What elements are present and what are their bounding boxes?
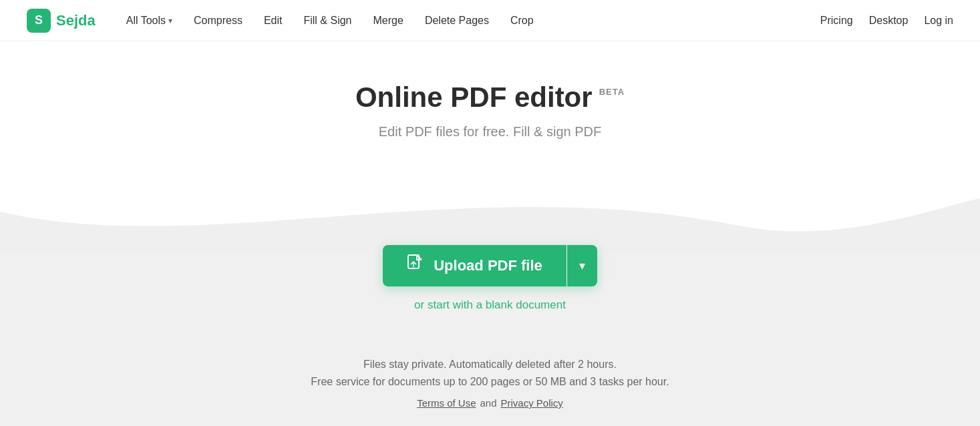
compress-label: Compress [194,15,242,27]
upload-area: Upload PDF file ▾ or start with a blank … [0,245,980,426]
privacy-line2: Free service for documents up to 200 pag… [311,376,669,388]
hero-title-container: Online PDF editor BETA [355,81,625,114]
hero-title: Online PDF editor [355,81,593,114]
logo[interactable]: S Sejda [27,9,96,33]
nav-delete-pages[interactable]: Delete Pages [416,9,498,32]
delete-pages-label: Delete Pages [425,15,489,27]
nav-compress[interactable]: Compress [184,9,252,32]
terms-of-use-link[interactable]: Terms of Use [417,397,476,409]
upload-btn-container: Upload PDF file ▾ [383,245,597,286]
nav-crop[interactable]: Crop [501,9,543,32]
upload-pdf-button[interactable]: Upload PDF file [383,245,566,286]
logo-text: Sejda [56,12,96,29]
crop-label: Crop [510,15,534,27]
nav-pricing[interactable]: Pricing [820,15,853,27]
pdf-upload-icon [407,254,424,277]
merge-label: Merge [373,15,403,27]
nav-all-tools[interactable]: All Tools ▾ [117,9,182,32]
edit-label: Edit [264,15,283,27]
nav-fill-sign[interactable]: Fill & Sign [294,9,361,32]
nav-desktop[interactable]: Desktop [869,15,909,27]
privacy-section: Files stay private. Automatically delete… [311,359,669,388]
nav-right: Pricing Desktop Log in [820,15,953,27]
terms-and: and [480,397,496,409]
all-tools-label: All Tools [126,15,166,27]
fill-sign-label: Fill & Sign [303,15,351,27]
chevron-down-icon: ▾ [168,16,172,25]
main-content: Online PDF editor BETA Edit PDF files fo… [0,41,980,426]
blank-doc-link[interactable]: or start with a blank document [414,298,566,312]
navbar: S Sejda All Tools ▾ Compress Edit Fill &… [0,0,980,41]
beta-badge: BETA [599,87,625,97]
logo-letter: S [35,13,43,27]
nav-links: All Tools ▾ Compress Edit Fill & Sign Me… [117,9,820,32]
nav-edit[interactable]: Edit [255,9,292,32]
terms-section: Terms of Use and Privacy Policy [417,397,563,409]
dropdown-chevron-icon: ▾ [579,258,585,273]
logo-icon: S [27,9,51,33]
privacy-line1: Files stay private. Automatically delete… [363,359,617,371]
upload-dropdown-button[interactable]: ▾ [567,245,597,286]
nav-login[interactable]: Log in [924,15,953,27]
nav-merge[interactable]: Merge [364,9,413,32]
hero-subtitle: Edit PDF files for free. Fill & sign PDF [379,124,601,140]
privacy-policy-link[interactable]: Privacy Policy [501,397,563,409]
upload-button-label: Upload PDF file [434,257,542,274]
wave-svg [0,172,980,252]
wave-container [0,172,980,252]
lower-section: Upload PDF file ▾ or start with a blank … [0,252,980,426]
